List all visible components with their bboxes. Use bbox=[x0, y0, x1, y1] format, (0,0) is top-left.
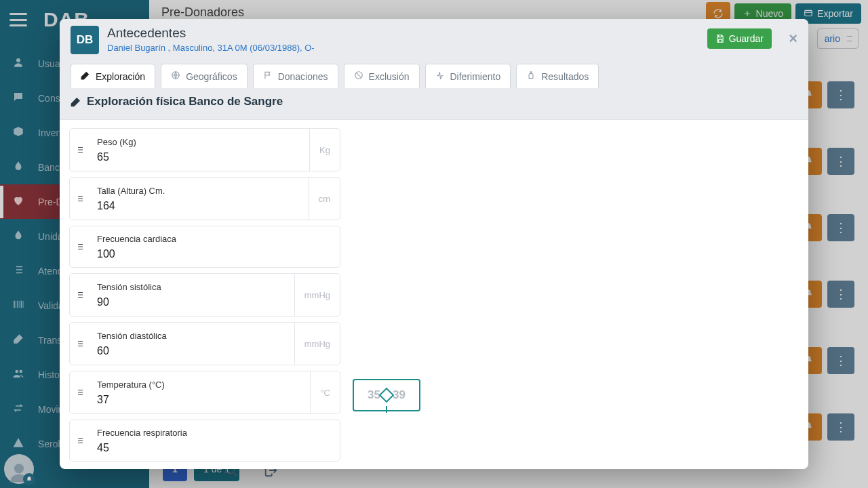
modal-title: Antecedentes bbox=[107, 26, 315, 41]
field-row-0[interactable]: Peso (Kg)65Kg bbox=[69, 128, 340, 171]
field-value[interactable]: 90 bbox=[97, 296, 288, 308]
field-label: Frecuencia respiratoria bbox=[97, 428, 333, 438]
field-unit: mmHg bbox=[294, 274, 340, 316]
patient-info[interactable]: Daniel Bugarín , Masculino, 31A 0M (06/0… bbox=[107, 43, 315, 53]
tab-label: Diferimiento bbox=[450, 71, 501, 82]
list-icon bbox=[70, 194, 90, 203]
field-unit: Kg bbox=[309, 129, 340, 171]
field-label: Frecuencia cardiaca bbox=[97, 234, 333, 244]
tab-exploración[interactable]: Exploración bbox=[71, 64, 155, 88]
list-icon bbox=[70, 145, 90, 155]
tab-diferimiento[interactable]: Diferimiento bbox=[425, 64, 511, 88]
modal-body[interactable]: Peso (Kg)65KgTalla (Altura) Cm.164cmFrec… bbox=[60, 119, 808, 469]
list-icon bbox=[70, 388, 90, 397]
save-button-label: Guardar bbox=[729, 33, 764, 44]
field-value[interactable]: 100 bbox=[97, 248, 333, 260]
field-label: Tensión diastólica bbox=[97, 331, 288, 341]
tab-label: Geográficos bbox=[186, 71, 237, 82]
tab-resultados[interactable]: Resultados bbox=[516, 64, 599, 88]
field-value[interactable]: 37 bbox=[97, 394, 303, 406]
ban-icon bbox=[354, 70, 363, 82]
range-indicator: 3539 bbox=[353, 379, 420, 411]
tab-label: Resultados bbox=[541, 71, 589, 82]
field-value[interactable]: 164 bbox=[97, 200, 302, 212]
list-icon bbox=[70, 436, 90, 445]
range-hi: 39 bbox=[393, 388, 406, 402]
field-row-1[interactable]: Talla (Altura) Cm.164cm bbox=[69, 177, 340, 220]
field-unit: mmHg bbox=[294, 323, 340, 365]
list-icon bbox=[70, 290, 90, 300]
field-row-3[interactable]: Tensión sistólica90mmHg bbox=[69, 273, 340, 317]
patient-avatar: DB bbox=[71, 26, 99, 54]
field-row-4[interactable]: Tensión diastólica60mmHg bbox=[69, 322, 340, 365]
field-label: Talla (Altura) Cm. bbox=[97, 186, 302, 196]
list-icon bbox=[70, 242, 90, 251]
tab-geográficos[interactable]: Geográficos bbox=[161, 64, 247, 88]
section-heading: Exploración física Banco de Sangre bbox=[60, 88, 808, 119]
field-value[interactable]: 45 bbox=[97, 442, 333, 454]
field-value[interactable]: 60 bbox=[97, 345, 288, 357]
thumb-icon bbox=[526, 70, 536, 82]
range-marker-icon bbox=[379, 388, 395, 403]
save-button[interactable]: Guardar bbox=[707, 28, 772, 49]
tab-label: Donaciones bbox=[278, 71, 328, 82]
close-icon[interactable]: × bbox=[789, 31, 797, 46]
field-row-2[interactable]: Frecuencia cardiaca100 bbox=[69, 226, 340, 268]
field-unit: °C bbox=[310, 371, 340, 413]
heart-icon bbox=[435, 70, 445, 82]
tab-donaciones[interactable]: Donaciones bbox=[253, 64, 338, 88]
tab-label: Exclusión bbox=[369, 71, 410, 82]
field-label: Peso (Kg) bbox=[97, 137, 302, 147]
field-label: Tensión sistólica bbox=[97, 282, 288, 292]
field-row-5[interactable]: Temperatura (°C)37°C bbox=[69, 371, 340, 414]
tab-exclusión[interactable]: Exclusión bbox=[344, 64, 420, 88]
list-icon bbox=[70, 339, 90, 348]
pencil-icon bbox=[81, 70, 90, 82]
flag-icon bbox=[263, 70, 273, 82]
tab-label: Exploración bbox=[96, 71, 145, 82]
globe-icon bbox=[171, 70, 180, 82]
field-unit: cm bbox=[309, 178, 340, 220]
antecedentes-modal: DB Antecedentes Daniel Bugarín , Masculi… bbox=[60, 19, 808, 469]
field-value[interactable]: 65 bbox=[97, 151, 302, 163]
field-row-6[interactable]: Frecuencia respiratoria45 bbox=[69, 420, 340, 462]
field-label: Temperatura (°C) bbox=[97, 380, 303, 390]
